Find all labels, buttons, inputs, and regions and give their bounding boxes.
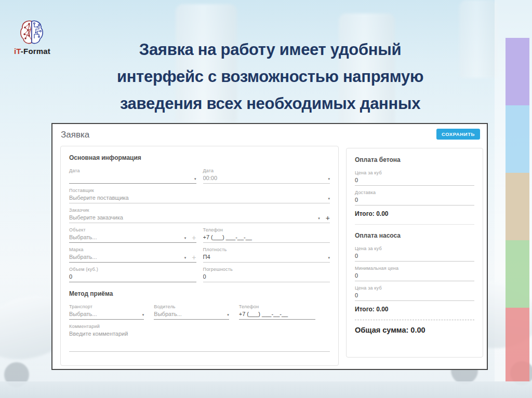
section-heading-concrete-payment: Оплата бетона xyxy=(355,156,474,163)
slide-title-line: заведения всех необходимых данных xyxy=(58,90,482,117)
pump-price-2-input[interactable]: 0 xyxy=(355,292,474,301)
field-min-price: Минимальная цена 0 xyxy=(355,266,474,281)
phone-mask: +7 (___) ___-__-__ xyxy=(239,311,315,317)
add-object-button[interactable]: + xyxy=(192,235,196,240)
density-select[interactable]: П4 ▾ xyxy=(203,254,330,263)
transport-select[interactable]: Выбрать... ▾ xyxy=(69,311,144,320)
date-select[interactable]: ▾ xyxy=(69,175,196,184)
brain-logo-icon xyxy=(18,19,46,46)
field-pump-price-2: Цена за куб 0 xyxy=(355,285,474,301)
field-date: Дата ▾ xyxy=(69,168,196,184)
field-object: Объект Выбрать... ▾ + xyxy=(69,227,196,243)
grand-total: Общая сумма: 0.00 xyxy=(355,326,474,334)
field-delivery: Доставка 0 xyxy=(355,190,474,205)
chevron-down-icon: ▾ xyxy=(194,176,196,181)
driver-select[interactable]: Выбрать... ▾ xyxy=(154,311,229,320)
field-placeholder: Выбрать... xyxy=(69,254,180,260)
chevron-down-icon: ▾ xyxy=(318,216,320,221)
field-label: Комментарий xyxy=(69,324,330,329)
field-value: 0 xyxy=(69,273,196,280)
supplier-select[interactable]: Выберите поставщика ▾ xyxy=(69,195,330,203)
field-value: 0 xyxy=(203,273,330,280)
concrete-price-input[interactable]: 0 xyxy=(355,177,474,186)
field-customer: Заказчик Выберите заказчика ▾ + xyxy=(69,208,330,223)
accent-strip xyxy=(506,38,529,381)
chevron-down-icon: ▾ xyxy=(328,255,330,260)
field-label: Плотность xyxy=(203,247,330,252)
chevron-down-icon: ▾ xyxy=(328,176,330,181)
field-density: Плотность П4 ▾ xyxy=(203,247,330,263)
field-mark: Марка Выбрать... ▾ + xyxy=(69,247,196,263)
company-logo: iT-Format xyxy=(7,19,57,56)
field-comment: Комментарий Введите комментарий xyxy=(69,324,330,352)
phone-input[interactable]: +7 (___) ___-__-__ xyxy=(203,234,330,243)
field-placeholder: Выбрать... xyxy=(69,234,180,240)
field-placeholder: Введите комментарий xyxy=(69,331,128,337)
field-driver-phone: Телефон +7 (___) ___-__-__ xyxy=(239,304,315,320)
strip-block-red xyxy=(506,308,529,381)
volume-input[interactable]: 0 xyxy=(69,273,196,282)
field-driver: Водитель Выбрать... ▾ xyxy=(154,304,229,320)
field-label: Водитель xyxy=(154,304,229,309)
field-value: П4 xyxy=(203,254,324,260)
field-value: 0 xyxy=(355,197,474,203)
driver-phone-input[interactable]: +7 (___) ___-__-__ xyxy=(239,311,315,320)
field-label: Погрешность xyxy=(203,267,330,272)
comment-textarea[interactable]: Введите комментарий xyxy=(69,331,330,352)
chevron-down-icon: ▾ xyxy=(328,196,330,201)
min-price-input[interactable]: 0 xyxy=(355,272,474,281)
brand-name: iT-Format xyxy=(7,47,57,56)
chevron-down-icon: ▾ xyxy=(142,312,144,317)
chevron-down-icon: ▾ xyxy=(184,255,187,260)
field-placeholder: Выберите заказчика xyxy=(69,214,314,221)
field-value: 00:00 xyxy=(203,175,324,181)
tolerance-input[interactable]: 0 xyxy=(203,273,330,282)
field-placeholder: Выбрать... xyxy=(154,311,223,317)
chevron-down-icon: ▾ xyxy=(184,236,187,240)
section-heading-pump-payment: Оплата насоса xyxy=(355,232,474,239)
field-phone: Телефон +7 (___) ___-__-__ xyxy=(203,227,330,243)
time-select[interactable]: 00:00 ▾ xyxy=(203,175,330,184)
field-concrete-price: Цена за куб 0 xyxy=(355,170,474,186)
delivery-input[interactable]: 0 xyxy=(355,197,474,205)
field-tolerance: Погрешность 0 xyxy=(203,267,330,282)
payment-card: Оплата бетона Цена за куб 0 Доставка 0 И… xyxy=(346,148,483,358)
object-select[interactable]: Выбрать... ▾ + xyxy=(69,234,196,243)
save-button[interactable]: СОХРАНИТЬ xyxy=(436,129,480,140)
pump-total: Итого: 0.00 xyxy=(355,306,474,313)
field-label: Поставщик xyxy=(69,188,330,193)
strip-block-green xyxy=(506,240,529,308)
dashed-divider xyxy=(355,320,474,320)
background-truck-wheel xyxy=(4,362,29,387)
page-title: Заявка xyxy=(61,130,89,140)
customer-select[interactable]: Выберите заказчика ▾ + xyxy=(69,214,330,223)
field-label: Объект xyxy=(69,227,196,232)
chevron-down-icon: ▾ xyxy=(227,312,229,317)
field-pump-price: Цена за куб 0 xyxy=(355,246,474,262)
concrete-total: Итого: 0.00 xyxy=(355,210,474,217)
field-label: Транспорт xyxy=(69,304,144,309)
add-mark-button[interactable]: + xyxy=(192,255,196,260)
field-volume: Объем (куб.) 0 xyxy=(69,267,196,282)
main-info-card: Основная информация Дата ▾ Дата 00:00 ▾ xyxy=(60,146,339,366)
field-label: Телефон xyxy=(203,227,330,232)
field-label: Цена за куб xyxy=(355,246,474,251)
field-value: 0 xyxy=(355,177,474,183)
field-time: Дата 00:00 ▾ xyxy=(203,168,330,184)
field-label: Цена за куб xyxy=(355,285,474,291)
request-form-screenshot: Заявка СОХРАНИТЬ Основная информация Дат… xyxy=(51,123,488,370)
field-placeholder: Выберите поставщика xyxy=(69,195,324,201)
presentation-slide: iT-Format Заявка на работу имеет удобный… xyxy=(0,0,532,398)
strip-block-sky xyxy=(506,105,529,173)
field-label: Марка xyxy=(69,247,196,252)
field-value: 0 xyxy=(355,272,474,279)
field-label: Минимальная цена xyxy=(355,266,474,271)
pump-price-input[interactable]: 0 xyxy=(355,253,474,262)
field-label: Дата xyxy=(203,168,330,173)
strip-block-sand xyxy=(506,173,529,240)
divider xyxy=(355,224,474,225)
add-customer-button[interactable]: + xyxy=(326,215,330,221)
mark-select[interactable]: Выбрать... ▾ + xyxy=(69,254,196,263)
field-label: Цена за куб xyxy=(355,170,474,175)
field-supplier: Поставщик Выберите поставщика ▾ xyxy=(69,188,330,203)
